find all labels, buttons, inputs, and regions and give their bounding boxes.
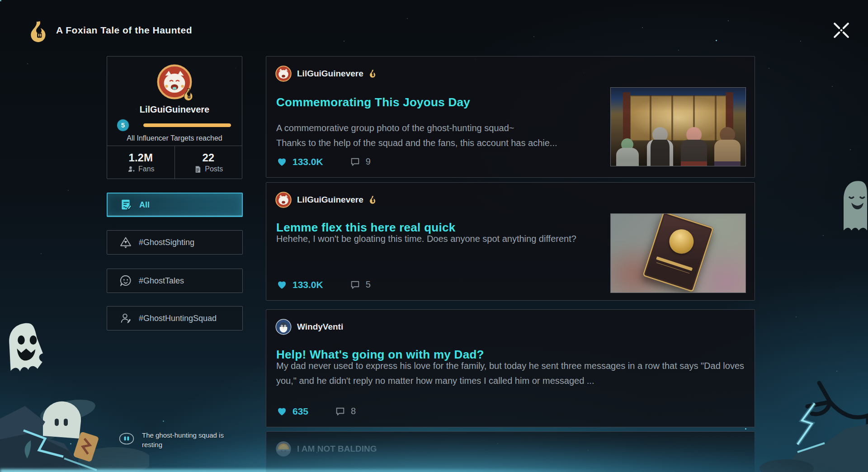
- author-avatar: [275, 319, 292, 335]
- all-feed-icon: [119, 198, 133, 212]
- influence-level-row: 5: [117, 119, 231, 132]
- left-ghost-decoration: [3, 321, 52, 378]
- posts-label: Posts: [205, 165, 223, 173]
- post-body: A commemorative group photo of the ghost…: [276, 121, 606, 151]
- fans-icon: [127, 165, 136, 174]
- ghost-sighting-icon: [119, 236, 132, 249]
- comment-icon: [349, 156, 361, 167]
- comment-icon: [349, 279, 361, 290]
- squad-status-text: The ghost-hunting squad is resting: [142, 430, 244, 449]
- plaque-thumbnail: [611, 214, 745, 293]
- filter-ghost-tales-button[interactable]: #GhostTales: [107, 269, 243, 293]
- squad-photo-thumbnail: [611, 88, 745, 166]
- foxian-tale-app: A Foxian Tale of the Haunted: [0, 0, 868, 472]
- comment-icon: [335, 406, 346, 417]
- filter-ghost-sighting-label: #GhostSighting: [139, 238, 194, 247]
- author-name: WindyVenti: [297, 322, 343, 332]
- fans-stat: 1.2M Fans: [107, 146, 175, 179]
- influence-progress-bar: [143, 123, 231, 127]
- profile-card: LilGuiGuinevere 5 All Influencer Targets…: [107, 56, 242, 179]
- like-button[interactable]: 133.0K: [276, 156, 323, 167]
- post-card-3[interactable]: WindyVenti Help! What's going on with my…: [266, 309, 755, 427]
- page-title: A Foxian Tale of the Haunted: [56, 25, 192, 36]
- filter-ghost-sighting-button[interactable]: #GhostSighting: [107, 230, 243, 255]
- heart-icon: [276, 156, 288, 167]
- comment-button[interactable]: 9: [349, 156, 371, 167]
- author-avatar: [275, 192, 292, 208]
- profile-username: LilGuiGuinevere: [107, 104, 242, 115]
- ghost-hunting-squad-icon: [119, 312, 132, 325]
- comment-count: 5: [366, 279, 371, 290]
- profile-avatar: [157, 64, 192, 99]
- post-actions: 133.0K 5: [276, 279, 371, 290]
- post-card-2[interactable]: LilGuiGuinevere Lemme flex this here rea…: [266, 182, 755, 301]
- post-card-1[interactable]: LilGuiGuinevere Commemorating This Joyou…: [266, 56, 755, 178]
- filter-all-label: All: [139, 200, 150, 210]
- filter-ghost-hunting-squad-label: #GhostHuntingSquad: [139, 314, 217, 323]
- flame-badge-icon: [368, 69, 378, 79]
- author-avatar: [275, 66, 292, 82]
- like-button[interactable]: 133.0K: [276, 279, 323, 290]
- filter-ghost-tales-label: #GhostTales: [139, 276, 184, 286]
- like-count: 133.0K: [292, 156, 323, 167]
- author-name: LilGuiGuinevere: [297, 195, 363, 205]
- post-header: LilGuiGuinevere: [275, 66, 378, 82]
- post-body: My dad never used to express his love fo…: [276, 359, 746, 388]
- post-header: LilGuiGuinevere: [275, 192, 378, 208]
- left-rocks-decoration: [0, 323, 149, 472]
- author-avatar: [275, 441, 292, 457]
- like-count: 635: [292, 406, 308, 417]
- post-card-4-partial[interactable]: I AM NOT BALDING: [266, 431, 755, 472]
- fans-count: 1.2M: [129, 151, 153, 164]
- post-title: Commemorating This Joyous Day: [276, 95, 470, 109]
- flame-badge-icon: [368, 195, 378, 205]
- posts-count: 22: [202, 151, 214, 164]
- filter-all-button[interactable]: All: [107, 193, 243, 217]
- posts-icon: [193, 165, 202, 174]
- heart-icon: [276, 406, 288, 417]
- post-header: WindyVenti: [275, 319, 343, 335]
- like-count: 133.0K: [292, 279, 323, 290]
- ghost-tales-icon: [119, 274, 132, 288]
- post-image-squad-photo[interactable]: [610, 87, 746, 166]
- bright-star-specks: [0, 0, 1, 1]
- author-name: LilGuiGuinevere: [297, 69, 363, 79]
- ghost-face-icon: [118, 432, 135, 446]
- author-name: I AM NOT BALDING: [297, 444, 377, 454]
- profile-stats: 1.2M Fans 22: [107, 146, 242, 179]
- comment-button[interactable]: 5: [349, 279, 371, 290]
- flame-badge-icon: [181, 87, 197, 102]
- comment-count: 8: [351, 406, 356, 416]
- squad-status: The ghost-hunting squad is resting: [118, 430, 244, 449]
- close-icon: [829, 18, 854, 42]
- close-button[interactable]: [829, 18, 854, 42]
- comment-button[interactable]: 8: [335, 406, 356, 417]
- posts-stat: 22 Posts: [175, 146, 242, 179]
- post-actions: 635 8: [276, 406, 356, 417]
- post-body: Hehehe, I won't be gloating this time. D…: [276, 231, 593, 246]
- comment-count: 9: [366, 156, 371, 167]
- heart-icon: [276, 279, 288, 290]
- level-badge: 5: [117, 119, 129, 131]
- post-actions: 133.0K 9: [276, 156, 371, 167]
- like-button[interactable]: 635: [276, 406, 308, 417]
- post-header: I AM NOT BALDING: [275, 441, 377, 457]
- fans-label: Fans: [138, 165, 155, 173]
- filter-ghost-hunting-squad-button[interactable]: #GhostHuntingSquad: [107, 306, 243, 330]
- right-ghost-decoration: [840, 179, 868, 233]
- post-feed[interactable]: LilGuiGuinevere Commemorating This Joyou…: [266, 0, 755, 472]
- influencer-target-status: All Influencer Targets reached: [107, 134, 242, 142]
- flame-logo-icon: [28, 20, 51, 42]
- post-image-plaque[interactable]: [610, 213, 746, 293]
